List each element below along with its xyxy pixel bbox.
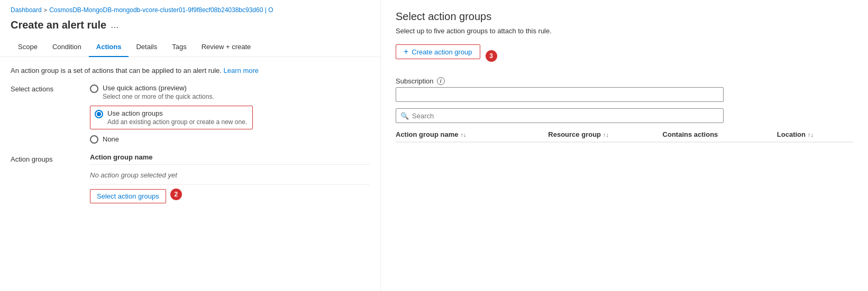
learn-more-link[interactable]: Learn more <box>224 67 259 74</box>
col-location: Location ↑↓ <box>777 130 853 138</box>
radio-action-groups[interactable]: Use action groups Add an existing action… <box>95 109 247 126</box>
radio-none-circle <box>90 135 98 144</box>
table-header: Action group name ↑↓ Resource group ↑↓ C… <box>396 130 853 143</box>
col-ag-name-label: Action group name <box>396 130 458 138</box>
radio-quick-actions[interactable]: Use quick actions (preview) Select one o… <box>90 84 253 100</box>
col-loc-label: Location <box>777 130 806 138</box>
page-title: Create an alert rule <box>11 19 106 31</box>
search-input[interactable] <box>412 112 719 120</box>
radio-quick-circle <box>90 85 98 93</box>
action-groups-label: Action groups <box>11 153 79 203</box>
search-box: 🔍 <box>396 108 724 123</box>
subscription-info-icon[interactable]: i <box>437 77 445 85</box>
radio-none[interactable]: None <box>90 135 253 144</box>
radio-quick-sublabel: Select one or more of the quick actions. <box>103 93 214 100</box>
radio-none-label: None <box>103 135 119 143</box>
breadcrumb-dashboard[interactable]: Dashboard <box>11 6 42 14</box>
col-contains-actions: Contains actions <box>663 130 777 138</box>
tab-tags[interactable]: Tags <box>165 39 194 57</box>
select-action-groups-subtitle: Select up to five action groups to attac… <box>396 27 853 35</box>
radio-ag-label: Use action groups <box>107 109 247 117</box>
radio-quick-label: Use quick actions (preview) <box>103 84 214 92</box>
info-text: An action group is a set of actions that… <box>11 67 370 74</box>
search-icon: 🔍 <box>400 112 409 120</box>
plus-icon: + <box>404 48 408 56</box>
subscription-label: Subscription <box>396 77 434 85</box>
tab-scope[interactable]: Scope <box>11 39 45 57</box>
radio-quick-text: Use quick actions (preview) Select one o… <box>103 84 214 100</box>
col-rg-sort-icon[interactable]: ↑↓ <box>603 132 609 138</box>
breadcrumb-sep-1: > <box>44 7 47 13</box>
action-groups-content: Action group name No action group select… <box>90 153 370 203</box>
tab-review-create[interactable]: Review + create <box>194 39 259 57</box>
col-ca-label: Contains actions <box>663 130 718 138</box>
create-action-group-button[interactable]: + Create action group <box>396 44 480 59</box>
select-actions-area: Select actions Use quick actions (previe… <box>11 84 370 144</box>
tab-actions[interactable]: Actions <box>89 39 129 57</box>
radio-options: Use quick actions (preview) Select one o… <box>90 84 253 144</box>
col-resource-group: Resource group ↑↓ <box>548 130 662 138</box>
radio-ag-text: Use action groups Add an existing action… <box>107 109 247 126</box>
tab-details[interactable]: Details <box>129 39 165 57</box>
col-action-group-name: Action group name ↑↓ <box>396 130 548 138</box>
panel-body: An action group is a set of actions that… <box>0 57 380 291</box>
right-panel: Select action groups Select up to five a… <box>381 0 868 291</box>
subscription-input[interactable] <box>396 87 724 102</box>
badge-2: 2 <box>170 189 182 200</box>
tab-condition[interactable]: Condition <box>45 39 89 57</box>
radio-ag-circle <box>95 110 103 118</box>
breadcrumb: Dashboard > CosmosDB-MongoDB-mongodb-vco… <box>0 0 380 17</box>
radio-action-groups-box: Use action groups Add an existing action… <box>90 106 253 129</box>
action-groups-section: Action groups Action group name No actio… <box>11 153 370 203</box>
create-ag-row: + Create action group 3 <box>396 44 853 68</box>
col-loc-sort-icon[interactable]: ↑↓ <box>808 132 814 138</box>
ellipsis-menu[interactable]: ... <box>111 20 118 31</box>
subscription-label-row: Subscription i <box>396 77 853 85</box>
ag-empty-row: No action group selected yet <box>90 168 370 185</box>
page-title-container: Create an alert rule ... <box>0 17 380 39</box>
badge-3: 3 <box>486 50 497 62</box>
select-action-groups-button[interactable]: Select action groups <box>90 189 166 203</box>
create-ag-btn-label: Create action group <box>412 48 472 56</box>
select-ag-row: Select action groups 2 <box>90 185 370 203</box>
breadcrumb-cosmos[interactable]: CosmosDB-MongoDB-mongodb-vcore-cluster01… <box>49 6 273 14</box>
col-ag-name-sort-icon[interactable]: ↑↓ <box>460 132 466 138</box>
col-rg-label: Resource group <box>548 130 601 138</box>
select-action-groups-title: Select action groups <box>396 11 853 23</box>
left-panel: Dashboard > CosmosDB-MongoDB-mongodb-vco… <box>0 0 381 291</box>
radio-ag-sublabel: Add an existing action group or create a… <box>107 118 247 126</box>
tabs-bar: Scope Condition Actions Details Tags Rev… <box>0 39 380 57</box>
ag-name-column-header: Action group name <box>90 153 370 165</box>
select-actions-label: Select actions <box>11 84 79 142</box>
